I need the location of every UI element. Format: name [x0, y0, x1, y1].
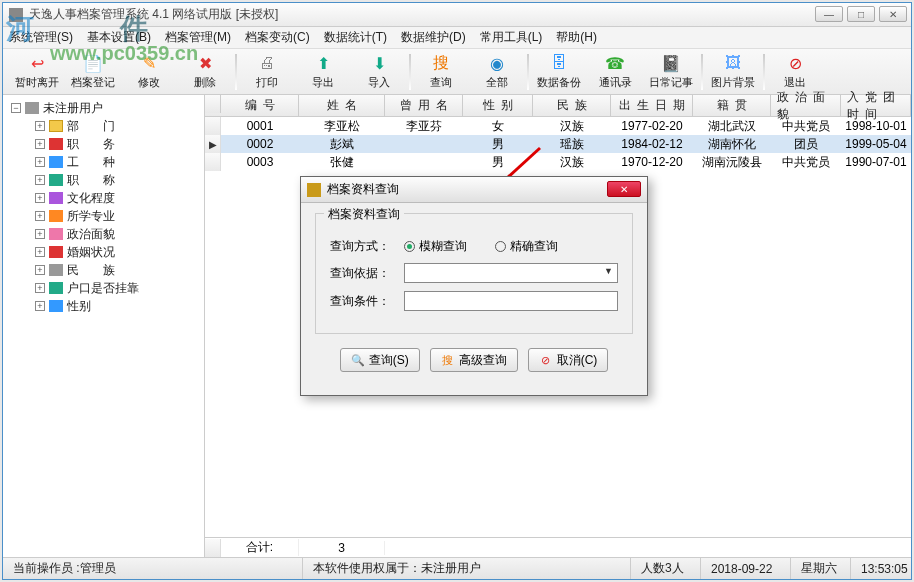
toolbar-图片背景[interactable]: 🖼图片背景: [705, 51, 761, 93]
dialog-titlebar[interactable]: 档案资料查询 ✕: [301, 177, 647, 203]
tree-toggle[interactable]: +: [35, 193, 45, 203]
toolbar-separator: [763, 54, 765, 90]
toolbar-icon: 🖨: [257, 53, 277, 73]
toolbar-label: 通讯录: [599, 75, 632, 90]
toolbar-icon: 📄: [83, 53, 103, 73]
menu-item[interactable]: 数据维护(D): [401, 29, 466, 46]
basis-combo[interactable]: [404, 263, 618, 283]
tree-icon: [49, 228, 63, 240]
toolbar-icon: ◉: [487, 53, 507, 73]
status-time: 13:53:05: [851, 558, 911, 579]
radio-exact[interactable]: 精确查询: [495, 238, 558, 255]
groupbox-title: 档案资料查询: [324, 206, 404, 223]
menu-item[interactable]: 常用工具(L): [480, 29, 543, 46]
maximize-button[interactable]: □: [847, 6, 875, 22]
cell: 女: [463, 118, 533, 135]
tree-toggle[interactable]: +: [35, 121, 45, 131]
toolbar-删除[interactable]: ✖删除: [177, 51, 233, 93]
tree-item[interactable]: +职 称: [7, 171, 200, 189]
tree-item[interactable]: +文化程度: [7, 189, 200, 207]
tree-item[interactable]: +所学专业: [7, 207, 200, 225]
table-row[interactable]: 0003张健男汉族1970-12-20湖南沅陵县中共党员1990-07-01: [205, 153, 911, 171]
toolbar-查询[interactable]: 搜查询: [413, 51, 469, 93]
radio-fuzzy[interactable]: 模糊查询: [404, 238, 467, 255]
tree-toggle[interactable]: +: [35, 301, 45, 311]
toolbar-导出[interactable]: ⬆导出: [295, 51, 351, 93]
tree-item[interactable]: +婚姻状况: [7, 243, 200, 261]
cancel-button[interactable]: ⊘取消(C): [528, 348, 609, 372]
tree-toggle[interactable]: +: [35, 283, 45, 293]
column-header[interactable]: 编号: [221, 95, 299, 116]
tree-icon: [49, 264, 63, 276]
statusbar: 当前操作员 : 管理员 本软件使用权属于：未注册用户 人数3人 2018-09-…: [3, 557, 911, 579]
close-button[interactable]: ✕: [879, 6, 907, 22]
toolbar-导入[interactable]: ⬇导入: [351, 51, 407, 93]
toolbar-打印[interactable]: 🖨打印: [239, 51, 295, 93]
toolbar-暂时离开[interactable]: ↩暂时离开: [9, 51, 65, 93]
menu-item[interactable]: 档案变动(C): [245, 29, 310, 46]
mode-label: 查询方式：: [330, 238, 394, 255]
table-row[interactable]: 0001李亚松李亚芬女汉族1977-02-20湖北武汉中共党员1998-10-0…: [205, 117, 911, 135]
tree-item[interactable]: +户口是否挂靠: [7, 279, 200, 297]
status-license: 本软件使用权属于：未注册用户: [303, 558, 631, 579]
tree-toggle[interactable]: +: [35, 247, 45, 257]
toolbar-separator: [701, 54, 703, 90]
search-button[interactable]: 🔍查询(S): [340, 348, 420, 372]
menu-item[interactable]: 基本设置(B): [87, 29, 151, 46]
advanced-search-button[interactable]: 搜高级查询: [430, 348, 518, 372]
toolbar-全部[interactable]: ◉全部: [469, 51, 525, 93]
tree-toggle[interactable]: +: [35, 175, 45, 185]
toolbar-icon: 🗄: [549, 53, 569, 73]
tree-toggle[interactable]: +: [35, 139, 45, 149]
column-header[interactable]: 入党团时间: [841, 95, 911, 116]
cell: 1970-12-20: [611, 155, 693, 169]
toolbar-separator: [235, 54, 237, 90]
menu-item[interactable]: 系统管理(S): [9, 29, 73, 46]
toolbar-label: 全部: [486, 75, 508, 90]
minimize-button[interactable]: —: [815, 6, 843, 22]
cell: 1999-05-04: [841, 137, 911, 151]
tree-toggle[interactable]: +: [35, 211, 45, 221]
tree-toggle[interactable]: +: [35, 229, 45, 239]
toolbar-日常记事[interactable]: 📓日常记事: [643, 51, 699, 93]
column-header[interactable]: 出生日期: [611, 95, 693, 116]
table-row[interactable]: ▶0002彭斌男瑶族1984-02-12湖南怀化团员1999-05-04: [205, 135, 911, 153]
column-header[interactable]: 姓名: [299, 95, 385, 116]
tree-item[interactable]: +部 门: [7, 117, 200, 135]
toolbar-separator: [527, 54, 529, 90]
column-header[interactable]: 政治面貌: [771, 95, 841, 116]
tree-item[interactable]: +工 种: [7, 153, 200, 171]
toolbar-icon: ⬆: [313, 53, 333, 73]
column-header[interactable]: 性别: [463, 95, 533, 116]
condition-input[interactable]: [404, 291, 618, 311]
toolbar-separator: [409, 54, 411, 90]
toolbar-档案登记[interactable]: 📄档案登记: [65, 51, 121, 93]
column-header[interactable]: 籍贯: [693, 95, 771, 116]
tree-item[interactable]: +职 务: [7, 135, 200, 153]
toolbar-通讯录[interactable]: ☎通讯录: [587, 51, 643, 93]
toolbar-修改[interactable]: ✎修改: [121, 51, 177, 93]
column-header[interactable]: 民族: [533, 95, 611, 116]
tree-item[interactable]: +性别: [7, 297, 200, 315]
toolbar-数据备份[interactable]: 🗄数据备份: [531, 51, 587, 93]
toolbar-icon: ⬇: [369, 53, 389, 73]
toolbar: ↩暂时离开📄档案登记✎修改✖删除🖨打印⬆导出⬇导入搜查询◉全部🗄数据备份☎通讯录…: [3, 49, 911, 95]
tree-toggle[interactable]: −: [11, 103, 21, 113]
tree-toggle[interactable]: +: [35, 157, 45, 167]
menu-item[interactable]: 数据统计(T): [324, 29, 387, 46]
cell: 李亚松: [299, 118, 385, 135]
tree-root[interactable]: 未注册用户: [43, 100, 103, 117]
titlebar: 天逸人事档案管理系统 4.1 网络试用版 [未授权] — □ ✕: [3, 3, 911, 27]
advanced-icon: 搜: [441, 353, 455, 367]
dialog-close-button[interactable]: ✕: [607, 181, 641, 197]
toolbar-退出[interactable]: ⊘退出: [767, 51, 823, 93]
tree-toggle[interactable]: +: [35, 265, 45, 275]
column-header[interactable]: 曾用名: [385, 95, 463, 116]
tree-icon: [49, 192, 63, 204]
cell: 1984-02-12: [611, 137, 693, 151]
tree-item[interactable]: +民 族: [7, 261, 200, 279]
cell: 李亚芬: [385, 118, 463, 135]
menu-item[interactable]: 档案管理(M): [165, 29, 231, 46]
tree-item[interactable]: +政治面貌: [7, 225, 200, 243]
menu-item[interactable]: 帮助(H): [556, 29, 597, 46]
